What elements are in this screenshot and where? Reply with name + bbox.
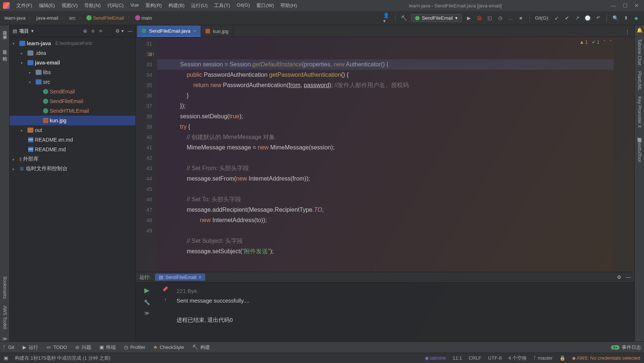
git-rollback-icon[interactable]: ↶ (595, 15, 601, 22)
edit-run-icon[interactable] (163, 286, 168, 291)
bt-terminal[interactable]: ▣ 终端 (99, 344, 116, 351)
status-tabnine[interactable]: ◉ tabnine (425, 355, 446, 361)
menu-build[interactable]: 构建(B) (165, 1, 187, 10)
menu-git[interactable]: Git(G) (234, 1, 253, 10)
gutter[interactable]: 31 32o↑ 333435 363738 394041 424344 4546… (136, 37, 157, 282)
notifications-icon[interactable]: 🔔 (637, 27, 643, 33)
status-eol[interactable]: CRLF (469, 355, 482, 361)
git-history-icon[interactable]: 🕓 (584, 15, 591, 22)
run-tab-close-icon[interactable]: × (198, 274, 201, 280)
run-icon[interactable]: ▶ (466, 15, 472, 22)
menu-run[interactable]: 运行(U) (188, 1, 210, 10)
tree-class-sendfileemail[interactable]: SendFileEmail (10, 96, 135, 106)
main-menu[interactable]: 文件(F) 编辑(E) 视图(V) 导航(N) 代码(C) Vue 重构(R) … (13, 1, 300, 10)
menu-code[interactable]: 代码(C) (104, 1, 126, 10)
menu-view[interactable]: 视图(V) (59, 1, 80, 10)
menu-vue[interactable]: Vue (127, 1, 142, 10)
menu-window[interactable]: 窗口(W) (253, 1, 277, 10)
bt-checkstyle[interactable]: ⬘ CheckStyle (154, 344, 184, 350)
tree-class-sendemail[interactable]: SendEmail (10, 87, 135, 96)
tab-kunjpg[interactable]: kun.jpg (201, 26, 233, 37)
status-indent[interactable]: 4 个空格 (508, 355, 527, 362)
ide-update-icon[interactable]: ⬆ (622, 15, 629, 22)
maximize-icon[interactable]: ☐ (623, 3, 628, 9)
hide-icon[interactable]: ― (128, 28, 132, 34)
crumb-class[interactable]: SendFileEmail (86, 15, 124, 21)
run-settings2-icon[interactable]: 🔧 (144, 300, 150, 305)
stripe-restful[interactable]: RestfulTool (637, 140, 642, 162)
stripe-plantuml[interactable]: PlantUML (637, 71, 642, 91)
stripe-tabnine[interactable]: Tabnine Chat (637, 39, 642, 65)
tree-file-kunjpg[interactable]: kun.jpg (10, 116, 135, 125)
menu-file[interactable]: 文件(F) (13, 1, 35, 10)
run-settings-icon[interactable]: ⚙ (617, 274, 621, 280)
tree-class-sendhtmlemail[interactable]: SendHTMLEmail (10, 106, 135, 116)
project-tool-title[interactable]: ▤ 项目 ▾ (13, 28, 34, 34)
minimap[interactable] (614, 37, 634, 282)
status-encoding[interactable]: UTF-8 (488, 355, 502, 361)
menu-edit[interactable]: 编辑(E) (36, 1, 58, 10)
tabs-more-icon[interactable]: ⋮ (621, 27, 634, 37)
crumb-method[interactable]: main (135, 15, 152, 21)
menu-help[interactable]: 帮助(H) (277, 1, 300, 10)
attach-icon[interactable]: … (507, 15, 514, 22)
stripe-folder-icon[interactable]: ▣ (3, 34, 7, 40)
bt-build[interactable]: 🔨 构建 (192, 344, 210, 351)
collapse-icon[interactable]: ≐ (99, 28, 103, 34)
run-output[interactable]: 221 Bye. Sent message successfully.... 进… (173, 283, 634, 341)
git-commit-icon[interactable]: ✔ (564, 15, 570, 22)
close-icon[interactable]: ✕ (634, 3, 639, 9)
locate-icon[interactable]: ⊕ (83, 28, 87, 34)
stripe-aws[interactable]: AWS Toolkit (2, 306, 7, 329)
inspection-widget[interactable]: 1 1 ˄ ˅ (579, 39, 612, 45)
stripe-bookmarks[interactable]: Bookmarks (2, 277, 7, 299)
override-icon[interactable]: o↑ (149, 49, 155, 59)
bt-problems[interactable]: ⊘ 问题 (75, 344, 91, 351)
stripe-more-icon[interactable]: ≫ (2, 336, 7, 341)
tree-readme-en[interactable]: MDREADME.en.md (10, 135, 135, 145)
code-editor[interactable]: Session session = Session.getDefaultInst… (157, 37, 614, 282)
bt-events[interactable]: 9+ 事件日志 (611, 344, 641, 351)
stripe-keypromoter[interactable]: Key Promoter X (637, 96, 642, 128)
bottom-tool-tabs[interactable]: ᚶ Git ▶ 运行 ≔ TODO ⊘ 问题 ▣ 终端 ◷ Profiler ⬘… (0, 341, 644, 353)
profile-icon[interactable]: ◷ (497, 15, 503, 22)
rerun-icon[interactable]: ▶ (144, 286, 150, 294)
bt-git[interactable]: ᚶ Git (3, 344, 14, 350)
next-highlight-icon[interactable]: ˅ (610, 39, 612, 45)
bt-profiler[interactable]: ◷ Profiler (124, 344, 145, 350)
tab-close-icon[interactable]: × (193, 28, 196, 34)
status-lock-icon[interactable]: 🔒 (559, 355, 565, 361)
minimize-icon[interactable]: ― (611, 3, 616, 9)
settings-icon[interactable]: ⚙ ▾ (115, 28, 124, 34)
add-user-icon[interactable]: 👤▾ (383, 15, 390, 22)
bt-todo[interactable]: ≔ TODO (46, 344, 67, 350)
scroll-up-icon[interactable]: ↑ (164, 297, 167, 302)
status-branch[interactable]: ᚶ master (533, 355, 552, 361)
tree-readme[interactable]: MDREADME.md (10, 145, 135, 154)
hammer-icon[interactable]: 🔨 (401, 15, 407, 22)
stop-icon[interactable]: ■ (518, 15, 524, 22)
status-caret-pos[interactable]: 11:1 (453, 355, 462, 361)
project-tree[interactable]: ▾learn-javaE:\workspaceForIc ▸.idea ▾jav… (10, 37, 135, 175)
menu-nav[interactable]: 导航(N) (81, 1, 104, 10)
menu-refactor[interactable]: 重构(R) (142, 1, 165, 10)
run-tab[interactable]: ▤ SendFileEmail × (155, 274, 205, 281)
editor-tabs[interactable]: SendFileEmail.java× kun.jpg ⋮ (136, 25, 634, 37)
coverage-icon[interactable]: ◱ (486, 15, 493, 22)
tab-sendfileemail[interactable]: SendFileEmail.java× (137, 26, 201, 37)
crumb-project[interactable]: learn-java (4, 15, 26, 21)
codewithme-icon[interactable]: ◈ (633, 15, 640, 22)
debug-icon[interactable]: 🐞 (476, 15, 483, 22)
menu-tools[interactable]: 工具(T) (211, 1, 233, 10)
crumb-src[interactable]: src (69, 15, 75, 21)
run-hide-icon[interactable]: ― (626, 274, 631, 280)
status-windows-icon[interactable]: ▣ (4, 355, 8, 361)
breadcrumb[interactable]: learn-java〉 java-email〉 src〉 SendFileEma… (4, 15, 383, 22)
prev-highlight-icon[interactable]: ˄ (603, 39, 606, 45)
run-more-icon[interactable]: ≫ (144, 310, 150, 316)
git-push-icon[interactable]: ↗ (574, 15, 581, 22)
bt-run[interactable]: ▶ 运行 (23, 344, 38, 351)
run-config-selector[interactable]: SendFileEmail ▾ (411, 14, 462, 22)
search-everywhere-icon[interactable]: 🔍 (612, 15, 619, 22)
status-aws[interactable]: ◆ AWS: No credentials selected (572, 355, 640, 361)
